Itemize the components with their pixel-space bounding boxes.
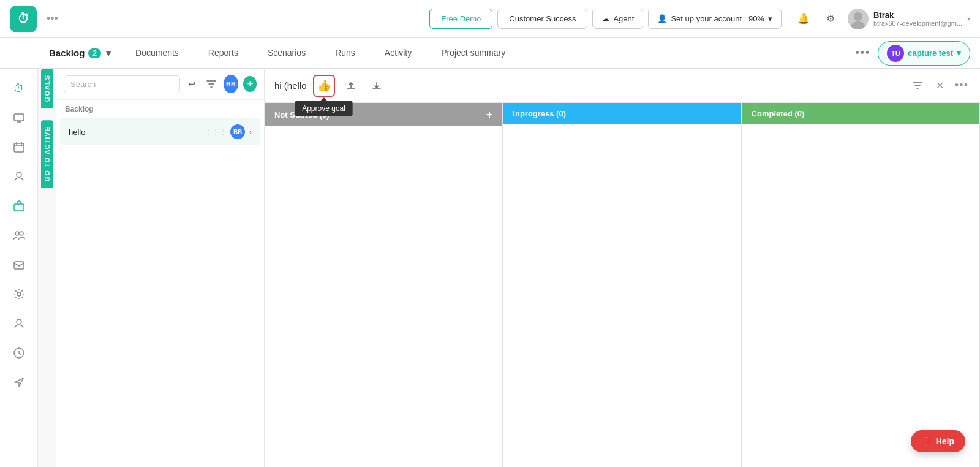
person-circle-icon: 👤 [657, 14, 667, 23]
kanban-col-body-completed [742, 124, 979, 467]
filter-icon[interactable] [204, 75, 218, 93]
go-to-active-tab[interactable]: Go to active [41, 120, 53, 188]
top-navigation: ⏱ ••• Free Demo Customer Success ☁ Agent… [0, 0, 980, 38]
user-info: Btrak btrak607-development@gm... [873, 10, 962, 27]
kanban-col-completed: Completed (0) [742, 103, 980, 467]
sidebar-item-team[interactable] [7, 223, 31, 248]
second-navigation: Backlog 2 ▾ Documents Reports Scenarios … [0, 38, 980, 69]
search-input[interactable] [64, 75, 180, 93]
sidebar-item-send[interactable] [7, 370, 31, 395]
add-item-button[interactable]: + [243, 76, 257, 92]
help-button[interactable]: ❓ Help [911, 430, 965, 452]
svg-rect-3 [14, 114, 24, 121]
approve-goal-tooltip: Approve goal [295, 101, 353, 116]
workspace-caret-icon: ▾ [957, 48, 961, 58]
tab-runs[interactable]: Runs [320, 38, 370, 69]
user-avatar-bb[interactable]: BB [224, 75, 239, 93]
backlog-section-label: Backlog [56, 100, 264, 118]
backlog-caret-icon[interactable]: ▾ [106, 48, 111, 59]
sidebar-item-person[interactable] [7, 164, 31, 189]
goals-tab[interactable]: goals [41, 69, 53, 108]
item-navigate-icon[interactable]: › [249, 127, 252, 137]
sidebar-icon-nav: ⏱ [0, 69, 38, 467]
sidebar-item-user2[interactable] [7, 311, 31, 336]
kanban-board: Not Started (0) + Inprogress (0) Complet… [265, 103, 980, 467]
content-toolbar-right: ✕ ••• [909, 77, 970, 94]
customer-success-button[interactable]: Customer Success [497, 9, 587, 29]
backlog-count-badge: 2 [88, 48, 101, 58]
setup-caret-icon: ▾ [768, 14, 772, 23]
drag-icon: ⋮⋮⋮ [205, 127, 227, 136]
navigation-tabs: Documents Reports Scenarios Runs Activit… [121, 38, 520, 69]
sidebar-item-tv[interactable] [7, 105, 31, 130]
main-content: hi (hello 👍 Approve goal ✕ ••• [265, 69, 980, 467]
workspace-avatar: TU [887, 45, 904, 62]
item-avatar: BB [230, 124, 245, 139]
svg-point-16 [17, 319, 21, 324]
second-nav-more-icon[interactable]: ••• [855, 47, 870, 59]
free-demo-button[interactable]: Free Demo [429, 9, 492, 29]
item-name: hello [69, 127, 200, 137]
top-nav-center: Free Demo Customer Success ☁ Agent 👤 Set… [429, 9, 782, 29]
notifications-icon[interactable]: 🔔 [794, 9, 813, 29]
user-caret-icon: ▾ [967, 15, 970, 22]
kanban-col-body-inprogress [503, 124, 741, 467]
content-more-icon[interactable]: ••• [953, 77, 970, 94]
kanban-col-header-completed: Completed (0) [742, 103, 979, 124]
sidebar-item-settings[interactable] [7, 282, 31, 306]
svg-rect-14 [14, 262, 24, 269]
cloud-icon: ☁ [601, 14, 609, 23]
backlog-toolbar: ↩ BB + [56, 69, 264, 100]
upload-icon[interactable] [341, 76, 361, 96]
list-item[interactable]: hello ⋮⋮⋮ BB › [60, 118, 260, 145]
item-actions: ⋮⋮⋮ BB › [205, 124, 252, 139]
svg-rect-6 [14, 143, 24, 152]
download-icon[interactable] [367, 76, 386, 96]
svg-point-13 [20, 232, 23, 235]
sidebar-item-home[interactable]: ⏱ [7, 76, 31, 101]
backlog-panel: ↩ BB + Backlog hello ⋮⋮⋮ BB › [56, 69, 265, 467]
approve-goal-button[interactable]: 👍 [313, 75, 335, 97]
help-icon: ❓ [922, 436, 932, 446]
kanban-col-not-started: Not Started (0) + [265, 103, 503, 467]
svg-point-15 [17, 292, 21, 296]
backlog-header: Backlog 2 ▾ [49, 48, 111, 59]
sidebar-item-calendar[interactable] [7, 135, 31, 159]
tab-reports[interactable]: Reports [194, 38, 253, 69]
goals-sidebar: goals Go to active [38, 69, 56, 467]
kanban-col-body-not-started [265, 126, 502, 467]
top-nav-icons: 🔔 ⚙ [794, 9, 840, 29]
approve-goal-wrapper: 👍 Approve goal [313, 75, 335, 97]
main-layout: ⏱ goals Go t [0, 69, 980, 467]
content-filter-icon[interactable] [909, 77, 926, 94]
undo-icon[interactable]: ↩ [185, 75, 199, 93]
kanban-col-inprogress: Inprogress (0) [503, 103, 741, 467]
sidebar-item-briefcase[interactable] [7, 194, 31, 218]
user-profile[interactable]: Btrak btrak607-development@gm... ▾ [848, 9, 970, 29]
workspace-selector[interactable]: TU capture test ▾ [878, 41, 970, 66]
svg-rect-11 [14, 204, 24, 211]
tab-project-summary[interactable]: Project summary [426, 38, 520, 69]
kanban-col-header-inprogress: Inprogress (0) [503, 103, 741, 124]
tab-activity[interactable]: Activity [370, 38, 426, 69]
content-toolbar: hi (hello 👍 Approve goal ✕ ••• [265, 69, 980, 103]
kanban-add-not-started-button[interactable]: + [486, 109, 493, 120]
content-item-title: hi (hello [274, 80, 307, 91]
tab-scenarios[interactable]: Scenarios [253, 38, 320, 69]
svg-point-12 [15, 232, 19, 235]
content-close-icon[interactable]: ✕ [931, 77, 948, 94]
sidebar-item-mail[interactable] [7, 252, 31, 277]
nav-more-dots[interactable]: ••• [47, 12, 58, 25]
agent-button[interactable]: ☁ Agent [592, 9, 643, 29]
settings-gear-icon[interactable]: ⚙ [821, 9, 840, 29]
sidebar-item-clock[interactable] [7, 341, 31, 365]
setup-account-button[interactable]: 👤 Set up your account : 90% ▾ [648, 9, 781, 29]
app-logo[interactable]: ⏱ [10, 6, 37, 32]
tab-documents[interactable]: Documents [121, 38, 194, 69]
svg-point-1 [854, 12, 862, 21]
avatar [848, 9, 869, 29]
svg-point-10 [17, 172, 21, 177]
